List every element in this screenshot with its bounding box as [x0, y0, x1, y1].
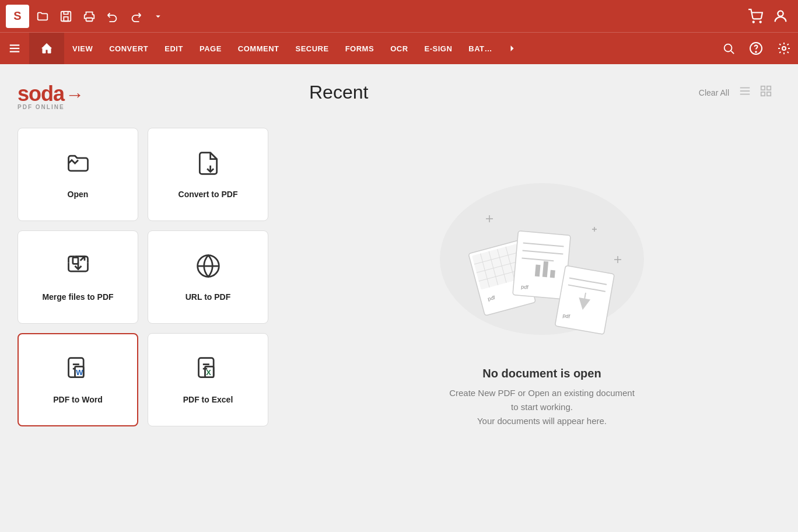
svg-rect-1: [86, 18, 93, 21]
merge-card[interactable]: Merge files to PDF: [18, 230, 138, 324]
nav-item-forms[interactable]: FORMS: [337, 33, 382, 64]
nav-right-icons: [715, 33, 798, 64]
recent-title: Recent: [309, 82, 699, 103]
empty-illustration: pdf pdf: [419, 169, 664, 355]
svg-point-3: [760, 21, 761, 22]
pdf-to-word-label: PDF to Word: [53, 395, 103, 404]
nav-item-ocr[interactable]: OCR: [382, 33, 416, 64]
url-to-pdf-label: URL to PDF: [186, 292, 231, 302]
right-panel: Recent Clear All: [286, 64, 798, 532]
hamburger-menu-button[interactable]: [0, 33, 29, 64]
merge-label: Merge files to PDF: [42, 292, 113, 302]
svg-rect-26: [767, 86, 771, 90]
nav-item-secure[interactable]: SECURE: [287, 33, 337, 64]
undo-button[interactable]: [103, 6, 123, 26]
cart-button[interactable]: [744, 5, 766, 27]
svg-point-8: [724, 44, 732, 52]
toolbar-right-icons: [744, 5, 792, 28]
search-icon: [722, 42, 735, 55]
help-icon: [749, 41, 763, 55]
app-logo: S: [6, 5, 29, 28]
print-icon: [83, 10, 96, 23]
nav-item-convert[interactable]: CONVERT: [101, 33, 156, 64]
top-toolbar: S: [0, 0, 798, 32]
redo-button[interactable]: [126, 6, 146, 26]
nav-item-esign[interactable]: E-SIGN: [416, 33, 461, 64]
convert-to-pdf-card[interactable]: Convert to PDF: [148, 128, 268, 221]
dropdown-button[interactable]: [149, 8, 167, 25]
nav-more-button[interactable]: [501, 33, 524, 64]
open-folder-icon: [36, 10, 49, 23]
svg-text:W: W: [76, 368, 83, 377]
pdf-to-excel-card[interactable]: X PDF to Excel: [148, 333, 268, 426]
action-cards-grid: Open Convert to PDF: [18, 128, 268, 426]
list-view-button[interactable]: [736, 82, 754, 103]
soda-wordmark: soda: [18, 82, 64, 106]
nav-item-edit[interactable]: EDIT: [156, 33, 191, 64]
nav-item-view[interactable]: VIEW: [64, 33, 101, 64]
nav-item-page[interactable]: PAGE: [191, 33, 230, 64]
svg-rect-27: [761, 92, 765, 96]
svg-rect-28: [767, 92, 771, 96]
hamburger-icon: [8, 42, 21, 55]
excel-icon: X: [195, 356, 221, 387]
soda-logo: soda → PDF ONLINE: [18, 82, 268, 110]
soda-arrow-icon: →: [65, 84, 84, 106]
open-icon: [65, 150, 91, 181]
clear-all-button[interactable]: Clear All: [699, 88, 729, 97]
open-card[interactable]: Open: [18, 128, 138, 221]
grid-view-icon: [760, 85, 772, 97]
nav-item-comment[interactable]: COMMENT: [230, 33, 288, 64]
user-button[interactable]: [769, 5, 792, 28]
open-folder-button[interactable]: [33, 6, 52, 26]
left-panel: soda → PDF ONLINE Open: [0, 64, 286, 532]
convert-icon: [195, 150, 221, 181]
list-view-icon: [738, 85, 751, 97]
svg-point-11: [755, 51, 757, 52]
url-to-pdf-card[interactable]: URL to PDF: [148, 230, 268, 324]
no-document-title: No document is open: [482, 367, 601, 380]
pdf-to-word-card[interactable]: W PDF to Word: [18, 333, 138, 426]
undo-icon: [106, 10, 119, 23]
svg-text:pdf: pdf: [521, 284, 529, 290]
merge-icon: [65, 253, 91, 284]
save-button[interactable]: [56, 6, 76, 26]
grid-view-button[interactable]: [757, 82, 775, 103]
nav-help-button[interactable]: [742, 33, 770, 64]
nav-settings-button[interactable]: [770, 33, 798, 64]
pdf-to-excel-label: PDF to Excel: [183, 395, 233, 404]
save-icon: [60, 10, 72, 23]
svg-rect-25: [761, 86, 765, 90]
cart-icon: [748, 9, 763, 24]
nav-item-batch[interactable]: BAT…: [460, 33, 501, 64]
open-card-label: Open: [68, 190, 89, 199]
home-nav-button[interactable]: [29, 33, 64, 64]
recent-header: Recent Clear All: [309, 82, 775, 103]
empty-state: pdf pdf: [309, 117, 775, 514]
no-document-description: Create New PDF or Open an existing docum…: [449, 386, 635, 428]
chevron-down-icon: [153, 11, 163, 22]
url-icon: [195, 253, 221, 284]
home-icon: [40, 41, 54, 55]
convert-to-pdf-label: Convert to PDF: [178, 190, 238, 199]
svg-point-4: [778, 10, 783, 16]
word-icon: W: [65, 356, 91, 387]
main-content: soda → PDF ONLINE Open: [0, 64, 798, 532]
pdf-online-label: PDF ONLINE: [18, 104, 268, 110]
svg-point-2: [753, 21, 754, 22]
svg-point-12: [782, 47, 786, 50]
view-toggle: [736, 82, 775, 103]
chevron-right-icon: [506, 43, 518, 54]
user-icon: [772, 8, 789, 24]
svg-rect-52: [550, 270, 555, 278]
settings-icon: [777, 41, 791, 55]
svg-rect-13: [72, 257, 78, 264]
redo-icon: [130, 10, 142, 23]
nav-search-button[interactable]: [715, 33, 742, 64]
print-button[interactable]: [79, 6, 99, 26]
svg-line-9: [731, 51, 734, 54]
nav-bar: VIEW CONVERT EDIT PAGE COMMENT SECURE FO…: [0, 32, 798, 64]
